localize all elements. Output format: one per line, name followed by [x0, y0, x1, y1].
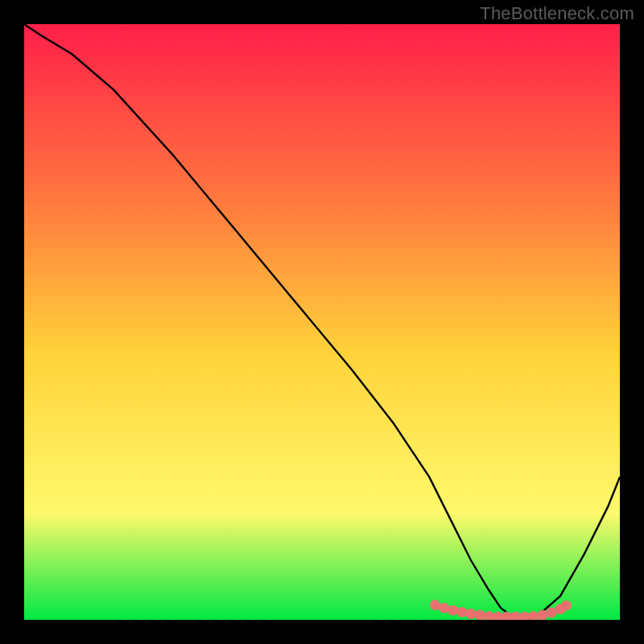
marker-dot — [456, 607, 467, 617]
marker-dot — [546, 608, 556, 618]
chart-background — [24, 24, 620, 620]
marker-dot — [466, 609, 477, 619]
chart-frame: TheBottleneck.com — [0, 0, 644, 644]
marker-dot — [561, 601, 572, 611]
marker-dot — [448, 605, 458, 616]
marker-dot — [439, 603, 449, 613]
marker-dot — [475, 610, 485, 620]
marker-dot — [430, 600, 440, 610]
attribution-label: TheBottleneck.com — [480, 3, 634, 24]
marker-dot — [537, 610, 547, 620]
bottleneck-chart — [24, 24, 620, 620]
